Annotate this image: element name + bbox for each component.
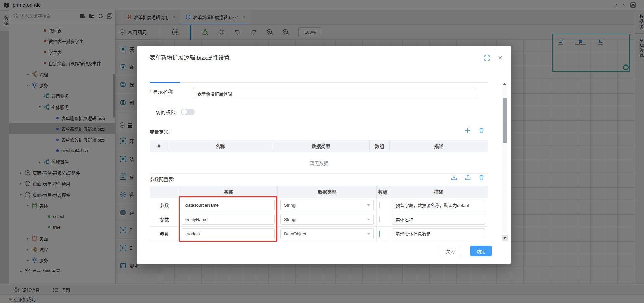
delete-params-icon[interactable] [478, 174, 485, 181]
variables-section-title: 变量定义: [150, 128, 170, 135]
application-window: primeton-ide ‹ › 资源 [0, 0, 644, 303]
column-header: 数组 [377, 186, 389, 198]
display-name-label: 显示名称 [153, 88, 173, 95]
close-dialog-icon[interactable]: × [498, 54, 502, 62]
access-permission-toggle[interactable] [181, 109, 195, 115]
chevron-down-icon [367, 219, 370, 220]
column-header: 名称 [179, 186, 278, 198]
param-type-value: String [284, 203, 296, 208]
param-desc-input[interactable] [392, 200, 485, 210]
param-name-input[interactable] [182, 214, 275, 225]
array-checkbox[interactable] [379, 202, 380, 208]
column-header: 名称 [168, 140, 272, 152]
add-variable-icon[interactable] [464, 127, 471, 134]
dialog-tab-underline [150, 82, 488, 83]
scroll-up-arrow-icon[interactable] [503, 83, 506, 85]
param-desc-input[interactable] [392, 228, 485, 239]
empty-data-text: 暂无数据 [150, 152, 488, 174]
column-header: 数据类型 [278, 186, 377, 198]
param-type-value: DataObject [284, 231, 306, 236]
dialog-title: 表单新增扩展逻辑.bizx属性设置 [150, 53, 230, 61]
display-name-input[interactable] [193, 88, 476, 99]
chevron-down-icon [367, 204, 370, 206]
fullscreen-icon[interactable] [484, 55, 490, 61]
param-row: 参数 DataObject [150, 227, 488, 241]
variables-table: # 名称 数据类型 数组 描述 暂无数据 [150, 140, 488, 174]
param-type-select[interactable]: String [280, 214, 374, 225]
param-name-input[interactable] [182, 228, 275, 239]
param-type-value: String [284, 217, 296, 222]
array-checkbox[interactable] [379, 216, 380, 222]
param-name-input[interactable] [182, 200, 275, 210]
param-kind: 参数 [150, 198, 179, 212]
export-params-icon[interactable] [465, 174, 471, 181]
column-header [150, 186, 179, 198]
params-section-title: 参数配置表: [150, 176, 174, 182]
confirm-button[interactable]: 确定 [470, 246, 492, 256]
array-checkbox-checked[interactable] [379, 231, 380, 237]
required-mark: * [150, 89, 151, 94]
chevron-down-icon [367, 233, 370, 235]
close-button[interactable]: 关闭 [440, 246, 461, 256]
column-header: 描述 [389, 186, 488, 198]
param-type-select[interactable]: DataObject [280, 228, 374, 239]
active-tab-indicator [150, 82, 180, 83]
param-kind: 参数 [150, 227, 179, 241]
column-header: 数组 [370, 140, 390, 152]
scroll-down-arrow-icon[interactable] [502, 235, 508, 241]
column-header: 描述 [390, 140, 488, 152]
column-header: 数据类型 [272, 140, 370, 152]
dialog-scrollbar [502, 82, 507, 241]
delete-variable-icon[interactable] [478, 127, 485, 134]
param-row: 参数 String [150, 212, 488, 227]
param-kind: 参数 [150, 212, 179, 227]
column-header: # [150, 140, 168, 152]
scrollbar-thumb[interactable] [503, 98, 507, 143]
access-permission-label: 访问权限 [156, 108, 176, 115]
param-type-select[interactable]: String [280, 200, 374, 210]
param-desc-input[interactable] [392, 214, 485, 225]
import-params-icon[interactable] [451, 174, 457, 181]
params-table: 名称 数据类型 数组 描述 参数 String 参数 String 参数 [150, 186, 488, 241]
toggle-knob [182, 109, 187, 115]
param-row: 参数 String [150, 198, 488, 212]
properties-dialog: 表单新增扩展逻辑.bizx属性设置 × * 显示名称 访问权限 变量定义: # … [137, 46, 511, 264]
